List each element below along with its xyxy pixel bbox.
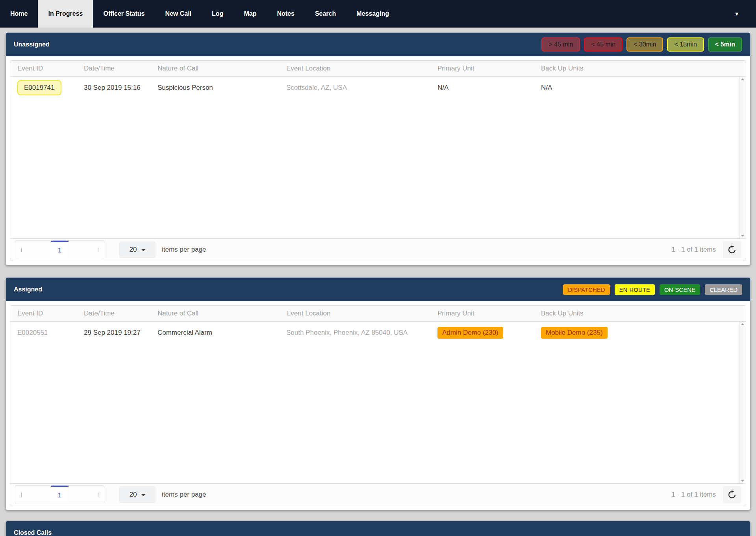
pager-range-info: 1 - 1 of 1 items — [672, 246, 716, 254]
previous-page-button[interactable] — [33, 241, 51, 259]
nav-item-map[interactable]: Map — [233, 0, 267, 28]
chevron-down-icon — [141, 249, 145, 251]
assigned-grid-rows: E0020551 29 Sep 2019 19:27 Commercial Al… — [10, 322, 746, 483]
column-header-primary-unit[interactable]: Primary Unit — [430, 306, 534, 322]
unassigned-panel-header: Unassigned > 45 min < 45 min < 30min < 1… — [6, 33, 750, 56]
unassigned-grid-header: Event ID Date/Time Nature of Call Event … — [10, 61, 746, 77]
previous-page-button[interactable] — [33, 486, 51, 504]
unassigned-pager: 1 20 items per page 1 - 1 of 1 items — [10, 238, 746, 261]
nav-item-home[interactable]: Home — [0, 0, 38, 28]
age-badge-lt-30min[interactable]: < 30min — [626, 37, 663, 52]
page-size-value: 20 — [130, 491, 137, 499]
grid-scrollbar[interactable] — [739, 77, 746, 238]
assigned-grid: Event ID Date/Time Nature of Call Event … — [10, 305, 746, 506]
page-number-button[interactable]: 1 — [51, 486, 69, 504]
nav-menu-caret-icon[interactable]: ▼ — [734, 0, 739, 28]
age-badge-lt-5min[interactable]: < 5min — [708, 37, 742, 52]
page-number-button[interactable]: 1 — [51, 241, 69, 259]
page-size-select[interactable]: 20 — [119, 241, 156, 258]
next-page-button[interactable] — [69, 486, 86, 504]
unassigned-panel: Unassigned > 45 min < 45 min < 30min < 1… — [6, 32, 750, 265]
status-badge-on-scene[interactable]: ON-SCENE — [660, 284, 700, 295]
refresh-icon — [727, 490, 737, 499]
first-page-button[interactable] — [15, 241, 33, 259]
assigned-grid-body: E0020551 29 Sep 2019 19:27 Commercial Al… — [10, 322, 746, 344]
last-page-button[interactable] — [86, 241, 104, 259]
items-per-page-label: items per page — [162, 491, 206, 499]
column-header-location[interactable]: Event Location — [279, 306, 430, 322]
cell-backup-units: N/A — [534, 77, 746, 99]
nav-item-search[interactable]: Search — [305, 0, 346, 28]
assigned-pager: 1 20 items per page 1 - 1 of 1 items — [10, 483, 746, 506]
column-header-nature[interactable]: Nature of Call — [150, 306, 279, 322]
primary-unit-badge[interactable]: Admin Demo (230) — [437, 327, 503, 339]
pager-buttons: 1 — [15, 485, 104, 504]
page-size-select[interactable]: 20 — [119, 486, 156, 503]
nav-item-messaging[interactable]: Messaging — [346, 0, 399, 28]
assigned-grid-header: Event ID Date/Time Nature of Call Event … — [10, 306, 746, 322]
unassigned-panel-title: Unassigned — [14, 41, 50, 48]
scroll-up-icon[interactable] — [741, 78, 745, 80]
closed-calls-panel-header: Closed Calls — [6, 521, 750, 536]
assigned-panel-body: Event ID Date/Time Nature of Call Event … — [6, 301, 750, 510]
cell-datetime: 30 Sep 2019 15:16 — [77, 77, 150, 99]
event-id-badge[interactable]: E0019741 — [17, 80, 61, 95]
unassigned-panel-body: Event ID Date/Time Nature of Call Event … — [6, 56, 750, 265]
scroll-up-icon[interactable] — [741, 323, 745, 325]
nav-item-officer-status[interactable]: Officer Status — [93, 0, 155, 28]
last-page-button[interactable] — [86, 486, 104, 504]
refresh-button[interactable] — [723, 241, 741, 258]
pager-buttons: 1 — [15, 240, 104, 259]
cell-datetime: 29 Sep 2019 19:27 — [77, 322, 150, 344]
cell-nature: Commercial Alarm — [150, 322, 279, 344]
column-header-datetime[interactable]: Date/Time — [77, 306, 150, 322]
grid-scrollbar[interactable] — [739, 322, 746, 483]
assigned-panel-header: Assigned DISPATCHED EN-ROUTE ON-SCENE CL… — [6, 278, 750, 301]
age-badge-gt-45min[interactable]: > 45 min — [541, 37, 580, 52]
refresh-button[interactable] — [723, 486, 741, 503]
unassigned-grid-body: E0019741 30 Sep 2019 15:16 Suspicious Pe… — [10, 77, 746, 99]
cell-event-id: E0020551 — [10, 322, 77, 344]
next-page-button[interactable] — [69, 241, 86, 259]
closed-calls-panel: Closed Calls — [6, 521, 750, 536]
column-header-nature[interactable]: Nature of Call — [150, 61, 279, 77]
scroll-down-icon[interactable] — [741, 235, 745, 237]
table-row[interactable]: E0019741 30 Sep 2019 15:16 Suspicious Pe… — [10, 77, 746, 99]
nav-item-log[interactable]: Log — [202, 0, 233, 28]
nav-item-notes[interactable]: Notes — [267, 0, 304, 28]
cell-location: Scottsdale, AZ, USA — [279, 77, 430, 99]
first-page-button[interactable] — [15, 486, 33, 504]
column-header-event-id[interactable]: Event ID — [10, 306, 77, 322]
nav-item-new-call[interactable]: New Call — [155, 0, 202, 28]
status-badge-dispatched[interactable]: DISPATCHED — [563, 284, 610, 295]
age-badge-lt-45min[interactable]: < 45 min — [584, 37, 623, 52]
unassigned-grid-rows: E0019741 30 Sep 2019 15:16 Suspicious Pe… — [10, 77, 746, 238]
assigned-panel: Assigned DISPATCHED EN-ROUTE ON-SCENE CL… — [6, 277, 750, 510]
column-header-datetime[interactable]: Date/Time — [77, 61, 150, 77]
refresh-icon — [727, 245, 737, 254]
age-badge-lt-15min[interactable]: < 15min — [667, 37, 704, 52]
page-size-value: 20 — [130, 246, 137, 254]
nav-item-in-progress[interactable]: In Progress — [38, 0, 93, 28]
chevron-down-icon — [141, 494, 145, 496]
column-header-location[interactable]: Event Location — [279, 61, 430, 77]
cell-nature: Suspicious Person — [150, 77, 279, 99]
scroll-down-icon[interactable] — [741, 480, 745, 482]
pager-range-info: 1 - 1 of 1 items — [672, 491, 716, 499]
top-nav: Home In Progress Officer Status New Call… — [0, 0, 756, 28]
closed-calls-panel-title: Closed Calls — [14, 529, 52, 536]
items-per-page-label: items per page — [162, 246, 206, 254]
assigned-panel-title: Assigned — [14, 286, 42, 293]
column-header-backup-units[interactable]: Back Up Units — [534, 306, 746, 322]
column-header-primary-unit[interactable]: Primary Unit — [430, 61, 534, 77]
unassigned-grid: Event ID Date/Time Nature of Call Event … — [10, 60, 746, 261]
cell-location: South Phoenix, Phoenix, AZ 85040, USA — [279, 322, 430, 344]
backup-unit-badge[interactable]: Mobile Demo (235) — [541, 327, 608, 339]
column-header-backup-units[interactable]: Back Up Units — [534, 61, 746, 77]
status-badge-en-route[interactable]: EN-ROUTE — [615, 284, 655, 295]
status-badge-cleared[interactable]: CLEARED — [705, 284, 742, 295]
cell-primary-unit: N/A — [430, 77, 534, 99]
column-header-event-id[interactable]: Event ID — [10, 61, 77, 77]
table-row[interactable]: E0020551 29 Sep 2019 19:27 Commercial Al… — [10, 322, 746, 344]
